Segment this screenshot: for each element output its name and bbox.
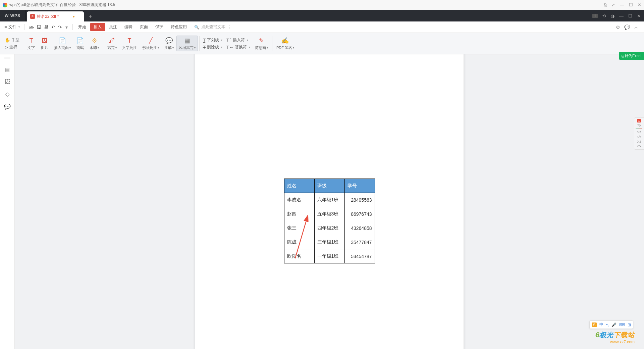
area-highlight-button[interactable]: ▦区域高亮▾: [176, 36, 198, 51]
table-row: 张三四年级2班43264858: [284, 221, 375, 235]
bookmarks-icon[interactable]: 🖼: [5, 79, 10, 85]
replace-symbol-tool[interactable]: T↔替换符▾: [226, 44, 250, 50]
table-row: 李成名六年级1班28405563: [284, 193, 375, 207]
shape-note-button[interactable]: ╱形状批注▾: [140, 37, 162, 50]
tab-protect[interactable]: 保护: [152, 23, 167, 31]
menu-icon: ≡: [4, 24, 7, 30]
table-row: 欧阳名一年级1班53454787: [284, 249, 375, 263]
document-tab-label: 姓名22.pdf *: [37, 14, 59, 19]
select-tool[interactable]: ▷选择: [5, 44, 17, 50]
ime-punct[interactable]: •,: [606, 322, 609, 327]
image-button[interactable]: 🖼图片: [38, 37, 51, 50]
tab-start[interactable]: 开始: [75, 23, 90, 31]
wps-sync-icon[interactable]: ⟲: [602, 13, 606, 18]
separator: [72, 24, 73, 30]
freehand-button[interactable]: ✎随意画▾: [252, 37, 271, 50]
left-sidebar: ▤ 🖼 ◇ 💬: [0, 54, 15, 349]
browser-titlebar: wps的pdf怎么取消高亮文字-百度经验 - 360极速浏览器 13.5 ⎘ ⤢…: [0, 0, 644, 10]
menu-tabs: 开始 插入 批注 编辑 页面 保护 特色应用: [75, 23, 190, 31]
browser-extension-icon[interactable]: ⎘: [604, 2, 607, 7]
wps-skin-icon[interactable]: ◑: [611, 13, 614, 18]
save-icon[interactable]: 🖫: [37, 24, 41, 30]
settings-icon[interactable]: ⚙: [616, 24, 620, 30]
text-note-button[interactable]: T文字批注: [119, 37, 140, 50]
text-note-icon: T: [125, 37, 133, 45]
document-canvas[interactable]: 姓名 班级 学号 李成名六年级1班28405563赵四五年级3班86976743…: [15, 54, 644, 349]
search-box[interactable]: 🔍 点此查找文本 ⋮: [194, 24, 231, 30]
col-name: 姓名: [284, 179, 314, 193]
browser-minimize[interactable]: —: [620, 2, 624, 7]
highlight-button[interactable]: 🖍高亮▾: [105, 37, 119, 50]
shape-icon: ╱: [147, 37, 155, 45]
browser-pin-icon[interactable]: ⤢: [611, 2, 615, 7]
watermark-icon: ※: [90, 37, 98, 45]
mic-icon[interactable]: 🎤: [611, 322, 616, 327]
chevron-down-icon: ▾: [18, 26, 20, 29]
ime-grid-icon[interactable]: ⊞: [628, 322, 631, 327]
hand-tool[interactable]: ✋手型: [5, 37, 19, 43]
search-placeholder: 点此查找文本: [201, 24, 225, 30]
notification-badge[interactable]: 1: [592, 14, 598, 18]
pdf-sign-button[interactable]: ✍PDF 签名▾: [274, 37, 297, 50]
annotate-button[interactable]: 💬注解▾: [162, 37, 176, 50]
cursor-tools-group: ✋手型 ▷选择: [3, 35, 21, 52]
watermark-button[interactable]: ※水印▾: [87, 37, 102, 50]
pdf-icon: P: [30, 14, 35, 19]
col-id: 学号: [344, 179, 375, 193]
text-button[interactable]: T文字: [24, 37, 38, 50]
wps-document-tab[interactable]: P 姓名22.pdf * +: [27, 11, 84, 21]
page-number-button[interactable]: 📄页码: [73, 37, 87, 50]
tab-page[interactable]: 页面: [137, 23, 151, 31]
comments-panel-icon[interactable]: 💬: [4, 103, 11, 110]
separator: [24, 24, 24, 30]
redo-icon[interactable]: ↷: [58, 24, 62, 30]
tab-edit[interactable]: 编辑: [121, 23, 136, 31]
collapse-ribbon-icon[interactable]: ︿: [634, 24, 639, 30]
wps-home-button[interactable]: W WPS: [0, 10, 25, 21]
page-num-icon: 📄: [76, 37, 84, 45]
excel-icon: ⎘: [622, 54, 624, 58]
wps-maximize[interactable]: ☐: [628, 13, 632, 18]
comment-icon: 💬: [165, 37, 173, 45]
keyboard-icon[interactable]: ⌨: [619, 322, 625, 327]
feedback-icon[interactable]: 💬: [624, 24, 630, 30]
new-tab-button[interactable]: +: [89, 13, 92, 19]
attachments-icon[interactable]: ◇: [5, 91, 9, 97]
insert-page-button[interactable]: 📄插入页面▾: [51, 37, 73, 50]
ime-lang[interactable]: 中: [599, 322, 603, 328]
wps-tab-bar: W WPS P 姓名22.pdf * + 1 ⟲ ◑ — ☐ ✕: [0, 10, 644, 21]
speed-monitor[interactable]: 1 70 0.3 K/s 0.2 K/s: [634, 117, 644, 150]
tab-features[interactable]: 特色应用: [167, 23, 190, 31]
browser-close[interactable]: ✕: [638, 2, 641, 7]
convert-excel-button[interactable]: ⎘转为Excel: [619, 52, 644, 60]
pdf-page: 姓名 班级 学号 李成名六年级1班28405563赵四五年级3班86976743…: [195, 54, 464, 349]
data-table: 姓名 班级 学号 李成名六年级1班28405563赵四五年级3班86976743…: [284, 179, 375, 263]
col-class: 班级: [314, 179, 344, 193]
tab-insert[interactable]: 插入: [90, 23, 105, 31]
search-icon: 🔍: [194, 25, 199, 30]
browser-maximize[interactable]: ☐: [629, 2, 633, 7]
menu-bar: ≡ 文件 ▾ 🗁 🖫 🖶 ↶ ↷ ▾ 开始 插入 批注 编辑 页面 保护 特色应…: [0, 21, 644, 33]
drag-handle-icon[interactable]: [4, 57, 10, 58]
file-menu-label: 文件: [8, 24, 16, 30]
table-row: 陈成三年级1班35477847: [284, 235, 375, 249]
wps-minimize[interactable]: —: [619, 13, 624, 18]
image-icon: 🖼: [41, 37, 49, 45]
strike-tool[interactable]: T̶删除线▾: [203, 44, 222, 50]
file-menu[interactable]: ≡ 文件 ▾: [2, 23, 22, 31]
ime-toolbar[interactable]: S 中 •, 🎤 ⌨ ⊞: [589, 320, 633, 329]
monitor-badge: 1: [637, 119, 641, 122]
print-icon[interactable]: 🖶: [44, 24, 49, 30]
wps-close[interactable]: ✕: [637, 13, 641, 18]
underline-tool[interactable]: T̲下划线▾: [203, 37, 222, 43]
tab-annotate[interactable]: 批注: [106, 23, 120, 31]
symbol-tools-group: T˄插入符▾ T↔替换符▾: [224, 35, 252, 52]
open-icon[interactable]: 🗁: [29, 24, 34, 30]
pencil-icon: ✎: [257, 37, 265, 45]
undo-icon[interactable]: ↶: [51, 24, 55, 30]
workspace: ▤ 🖼 ◇ 💬 姓名 班级 学号 李成名六年级1班28405563赵四五年级3班…: [0, 54, 644, 349]
insert-symbol-tool[interactable]: T˄插入符▾: [226, 37, 248, 43]
thumbnails-icon[interactable]: ▤: [5, 66, 10, 73]
text-icon: T: [27, 37, 35, 45]
unsaved-dot-icon: [73, 16, 74, 17]
